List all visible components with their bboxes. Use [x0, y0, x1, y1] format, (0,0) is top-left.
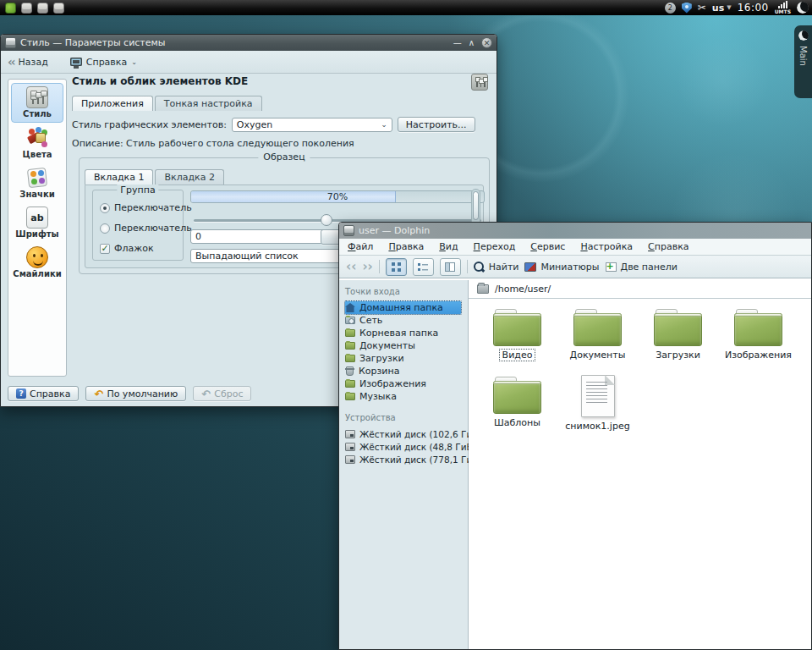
chevron-down-icon: ⌄ [381, 120, 387, 129]
help-footer-button[interactable]: ? Справка [8, 386, 79, 401]
menu-edit[interactable]: Правка [388, 241, 424, 252]
place-downloads[interactable]: Загрузки [345, 352, 468, 365]
find-button[interactable]: Найти [474, 262, 519, 273]
file-item-snapshot[interactable]: снимок1.jpeg [557, 373, 638, 441]
dolphin-window: user — Dolphin Файл Правка Вид Переход С… [338, 222, 812, 650]
file-item-video[interactable]: Видео [477, 306, 557, 373]
sidebar-item-fonts[interactable]: ab Шрифты [11, 204, 63, 242]
thumbnail-icon [524, 262, 536, 272]
device-disk-2[interactable]: Жёсткий диск (48,8 ГиБ) [345, 440, 468, 453]
place-trash[interactable]: Корзина [345, 365, 468, 377]
minimize-button[interactable]: — [453, 39, 462, 47]
monitor-icon [70, 58, 82, 66]
menu-help[interactable]: Справка [648, 241, 689, 252]
preview-title: Образец [258, 151, 310, 162]
file-view: /home/user/ Видео Документы [469, 280, 811, 649]
slider-handle-icon[interactable] [321, 214, 332, 226]
preview-progressbar: 70% [190, 190, 485, 203]
back-arrow-icon[interactable]: ‹‹ [346, 259, 356, 274]
menu-tools[interactable]: Сервис [530, 241, 565, 252]
sidebar-item-style[interactable]: Стиль [11, 83, 63, 123]
clock[interactable]: 16:00 [738, 2, 769, 14]
radio-off-icon[interactable] [100, 223, 110, 234]
columns-view-button[interactable] [440, 258, 461, 276]
columns-view-icon [445, 262, 455, 272]
dolphin-titlebar[interactable]: user — Dolphin [339, 223, 811, 239]
tab-applications[interactable]: Приложения [72, 96, 153, 111]
network-signal-indicator[interactable]: UMTS [775, 2, 791, 14]
reset-label: Сброс [214, 388, 243, 399]
widget-style-select[interactable]: Oxygen ⌄ [232, 118, 392, 132]
file-label: снимок1.jpeg [562, 421, 632, 432]
file-item-downloads[interactable]: Загрузки [638, 306, 718, 373]
split-button[interactable]: Две панели [606, 262, 678, 273]
menu-file[interactable]: Файл [348, 241, 373, 252]
sidebar-item-colors[interactable]: Цвета [11, 124, 63, 162]
sidebar-item-emoticons[interactable]: Смайлики [11, 244, 63, 282]
tray-badge[interactable]: 2 [665, 3, 676, 14]
defaults-button[interactable]: ↶ По умолчанию [85, 386, 186, 401]
previews-label: Миниатюры [540, 262, 599, 273]
question-icon: ? [16, 388, 26, 399]
help-button[interactable]: Справка ⌄ [70, 57, 137, 68]
fonts-icon: ab [26, 207, 48, 229]
place-label: Музыка [359, 391, 397, 402]
style-description: Описание: Стиль рабочего стола следующег… [72, 138, 493, 149]
device-disk-1[interactable]: Жёсткий диск (102,6 ГиБ) [345, 427, 468, 440]
sidebar-item-icons[interactable]: Значки [11, 164, 63, 202]
file-label: Видео [500, 350, 535, 361]
location-bar[interactable]: /home/user/ [469, 280, 811, 299]
preview-spinbox[interactable]: 0 ⌃⌄ [190, 229, 337, 244]
dolphin-menubar: Файл Правка Вид Переход Сервис Настройка… [339, 239, 811, 256]
place-home[interactable]: Домашняя папка [345, 301, 461, 314]
forward-arrow-icon[interactable]: ›› [362, 259, 372, 274]
launcher-icon-3[interactable] [53, 3, 64, 14]
plasma-cashew-icon[interactable] [797, 2, 809, 14]
previews-button[interactable]: Миниатюры [524, 262, 599, 273]
activity-tab[interactable]: Main [794, 25, 812, 98]
harddisk-icon [345, 430, 355, 438]
menu-view[interactable]: Вид [439, 241, 458, 252]
place-label: Изображения [359, 378, 426, 389]
preview-tab-2[interactable]: Вкладка 2 [155, 169, 223, 185]
home-icon [345, 303, 355, 312]
clipboard-scissors-icon[interactable]: ✂ [698, 3, 706, 13]
mint-menu-icon[interactable] [5, 3, 16, 14]
place-documents[interactable]: Документы [345, 339, 468, 352]
maximize-button[interactable]: ∧ [469, 39, 475, 47]
device-disk-3[interactable]: Жёсткий диск (778,1 ГиБ) [345, 453, 468, 465]
icons-view-button[interactable] [386, 258, 407, 276]
tab-fine-tuning[interactable]: Тонкая настройка [155, 96, 262, 111]
launcher-icon-1[interactable] [21, 3, 32, 14]
menu-settings[interactable]: Настройка [580, 241, 633, 252]
shield-icon[interactable] [682, 3, 692, 14]
file-item-pictures[interactable]: Изображения [718, 306, 798, 373]
checkbox-checked-icon[interactable]: ✓ [100, 244, 110, 254]
file-item-templates[interactable]: Шаблоны [477, 373, 557, 441]
place-label: Домашняя папка [359, 302, 443, 313]
place-root[interactable]: Корневая папка [345, 327, 468, 339]
back-button[interactable]: ‹‹ Назад [8, 55, 48, 69]
menu-go[interactable]: Переход [474, 241, 516, 252]
settings-sidebar: Стиль Цвета Значки ab Шрифты [8, 79, 67, 377]
preview-tab-1[interactable]: Вкладка 1 [85, 169, 153, 185]
place-music[interactable]: Музыка [345, 390, 468, 403]
radio-on-icon[interactable] [100, 203, 110, 213]
place-pictures[interactable]: Изображения [345, 377, 468, 390]
spinbox-value: 0 [195, 231, 201, 242]
chevron-down-icon: ▼ [727, 4, 731, 11]
details-view-button[interactable] [413, 258, 434, 276]
launcher-icon-2[interactable] [37, 3, 48, 14]
reset-button[interactable]: ↶ Сброс [193, 386, 251, 401]
trash-icon [346, 366, 354, 376]
keyboard-layout-label: us [712, 3, 724, 14]
folder-icon [654, 309, 702, 346]
settings-titlebar[interactable]: Стиль — Параметры системы — ∧ ✕ [1, 35, 497, 51]
place-label: Корневая папка [359, 328, 438, 339]
close-button[interactable]: ✕ [481, 37, 492, 48]
file-item-documents[interactable]: Документы [557, 306, 638, 373]
place-network[interactable]: Сеть [345, 314, 468, 327]
configure-button[interactable]: Настроить... [398, 117, 475, 132]
keyboard-layout-indicator[interactable]: us ▼ [712, 3, 732, 14]
undo-icon: ↶ [94, 388, 103, 399]
